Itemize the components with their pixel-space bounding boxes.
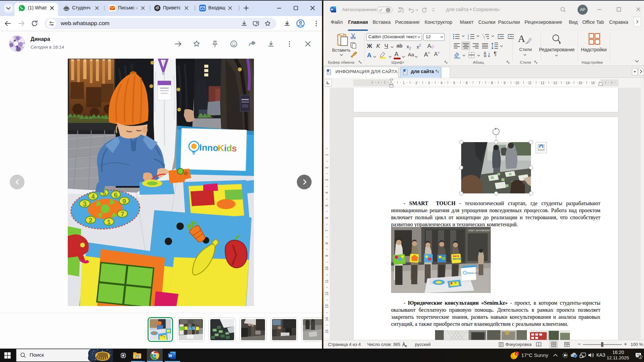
- svg-text:16: 16: [591, 81, 595, 85]
- svg-text:7: 7: [325, 230, 329, 232]
- svg-text:МАТЕ: МАТЕ: [453, 255, 460, 257]
- svg-text:2: 2: [415, 81, 417, 85]
- svg-text:s: s: [232, 143, 237, 154]
- svg-text:InnoKids: InnoKids: [467, 272, 479, 275]
- svg-text:3: 3: [325, 179, 329, 181]
- svg-text:4: 4: [325, 192, 329, 194]
- svg-text:VISIT SHYMKENT: VISIT SHYMKENT: [468, 229, 491, 232]
- svg-text:K: K: [218, 143, 225, 153]
- svg-text:2: 2: [89, 217, 93, 224]
- svg-text:15: 15: [325, 329, 329, 334]
- svg-text:9: 9: [325, 255, 329, 257]
- svg-text:МАТИКА: МАТИКА: [453, 258, 463, 260]
- svg-text:i: i: [484, 38, 485, 40]
- svg-text:8: 8: [325, 242, 329, 244]
- svg-text:5: 5: [325, 204, 329, 206]
- svg-text:8: 8: [491, 81, 493, 85]
- svg-text:10: 10: [515, 81, 519, 85]
- svg-text:W: W: [169, 354, 172, 358]
- svg-text:11: 11: [325, 279, 329, 283]
- svg-text:9: 9: [504, 81, 506, 85]
- svg-text:15: 15: [578, 81, 582, 85]
- svg-text:6: 6: [114, 191, 118, 199]
- svg-text:1: 1: [325, 154, 329, 156]
- svg-text:3: 3: [640, 356, 641, 359]
- svg-text:11: 11: [528, 81, 532, 85]
- svg-text:3: 3: [83, 200, 87, 208]
- svg-text:7: 7: [120, 210, 125, 218]
- svg-text:10: 10: [325, 266, 329, 270]
- svg-text:7: 7: [478, 81, 480, 85]
- svg-text:6: 6: [325, 217, 329, 219]
- svg-text:5: 5: [453, 81, 455, 85]
- svg-text:Inno: Inno: [199, 142, 219, 153]
- svg-text:6: 6: [466, 81, 468, 85]
- svg-text:13: 13: [325, 304, 329, 308]
- svg-text:14: 14: [566, 81, 570, 85]
- svg-text:12: 12: [541, 81, 545, 85]
- svg-text:12: 12: [325, 292, 329, 296]
- svg-text:3: 3: [468, 38, 469, 40]
- svg-text:1: 1: [516, 352, 518, 356]
- svg-text:d: d: [226, 143, 232, 153]
- svg-text:9: 9: [122, 197, 126, 205]
- svg-text:4: 4: [441, 81, 443, 85]
- svg-text:13: 13: [553, 81, 557, 85]
- svg-text:14: 14: [325, 317, 329, 321]
- svg-text:1: 1: [107, 218, 111, 226]
- svg-text:2: 2: [325, 167, 329, 169]
- svg-text:1: 1: [403, 81, 405, 85]
- svg-text:W: W: [330, 8, 333, 11]
- svg-text:3: 3: [428, 81, 430, 85]
